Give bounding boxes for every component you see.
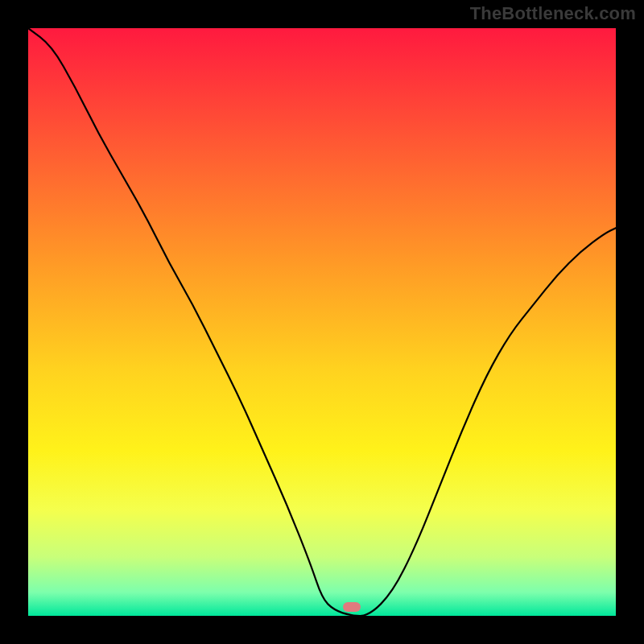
watermark-text: TheBottleneck.com xyxy=(470,3,636,24)
chart-stage: TheBottleneck.com xyxy=(0,0,644,644)
optimal-point-marker xyxy=(343,602,361,612)
plot-area xyxy=(28,28,616,616)
bottleneck-chart xyxy=(28,28,616,616)
gradient-background xyxy=(28,28,616,616)
